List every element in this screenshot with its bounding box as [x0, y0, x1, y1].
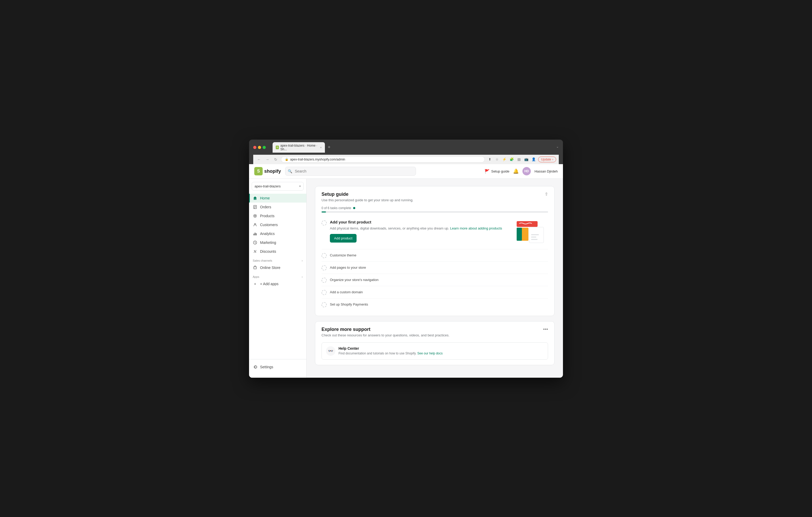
sidebar-item-online-store[interactable]: Online Store: [249, 263, 306, 272]
flag-icon: 🚩: [485, 169, 490, 174]
minimize-traffic-light[interactable]: [258, 146, 261, 149]
update-label: Update: [541, 158, 551, 161]
setup-guide-card: Setup guide Use this personalized guide …: [315, 186, 555, 316]
help-docs-link[interactable]: See our help docs: [417, 352, 443, 355]
profile-icon[interactable]: 👤: [531, 157, 536, 162]
address-text: apex-trail-blazers.myshopify.com/admin: [290, 158, 345, 161]
share-icon[interactable]: ⬆: [487, 157, 493, 162]
task-content-add-product: Add your first product Add physical item…: [330, 220, 511, 243]
help-center-title: Help Center: [339, 346, 443, 351]
add-apps-label: + Add apps: [260, 282, 278, 286]
bookmark-icon[interactable]: ☆: [494, 157, 500, 162]
task-label-add-pages: Add pages to your store: [330, 266, 366, 270]
task-item-add-pages[interactable]: Add pages to your store: [321, 262, 548, 274]
task-item-shopify-payments[interactable]: Set up Shopify Payments: [321, 299, 548, 310]
more-options-icon[interactable]: •••: [543, 327, 548, 332]
task-checkbox-add-pages: [321, 265, 327, 271]
discounts-icon: [253, 249, 257, 254]
sidebar-item-add-apps[interactable]: + + Add apps: [249, 279, 306, 288]
toolbar-icons: ⬆ ☆ ⚡ 🧩 ▤ 📺 👤 Update ›: [487, 157, 556, 162]
sidebar-label-analytics: Analytics: [260, 232, 275, 236]
sidebar-label-products: Products: [260, 214, 274, 218]
tab-favicon: S: [276, 146, 279, 149]
search-icon: 🔍: [288, 169, 292, 173]
address-bar[interactable]: 🔒 apex-trail-blazers.myshopify.com/admin: [281, 156, 485, 162]
progress-text: 0 of 6 tasks complete: [321, 206, 351, 210]
shopify-header: S shopify 🔍 🚩 Setup guide 🔔 HD Hassan Dj…: [249, 164, 563, 179]
add-product-button[interactable]: Add product: [330, 234, 356, 243]
update-button[interactable]: Update ›: [538, 157, 556, 162]
sidebar-label-discounts: Discounts: [260, 249, 276, 253]
svg-point-10: [254, 250, 255, 251]
back-btn[interactable]: ←: [256, 156, 262, 162]
tab-close-btn[interactable]: ×: [320, 146, 322, 149]
task-checkbox-customize-theme: [321, 253, 327, 258]
cast-icon[interactable]: 📺: [523, 157, 529, 162]
update-chevron: ›: [552, 158, 553, 161]
browser-window: S apex-trail-blazers · Home · Sh... × + …: [249, 140, 563, 378]
close-traffic-light[interactable]: [253, 146, 256, 149]
explore-support-card: Explore more support Check out these res…: [315, 321, 555, 365]
sidebar-item-products[interactable]: Products: [249, 211, 306, 220]
analytics-icon: [253, 231, 257, 236]
sidebar-item-discounts[interactable]: Discounts: [249, 247, 306, 256]
collapse-icon[interactable]: ⇧: [545, 191, 548, 196]
header-right: 🚩 Setup guide 🔔 HD Hassan Djirdeh: [485, 167, 558, 175]
help-center-item[interactable]: 👓 Help Center Find documentation and tut…: [321, 342, 548, 360]
sidebar-item-customers[interactable]: Customers: [249, 220, 306, 229]
sales-channels-chevron[interactable]: ›: [301, 259, 303, 262]
task-item-customize-theme[interactable]: Customize theme: [321, 249, 548, 262]
progress-dot: [353, 207, 355, 209]
sidebar-item-orders[interactable]: Orders: [249, 203, 306, 211]
sidebar-item-home[interactable]: Home: [249, 194, 306, 203]
task-item-custom-domain[interactable]: Add a custom domain: [321, 286, 548, 299]
sidebar-label-home: Home: [260, 196, 270, 200]
task-item-navigation[interactable]: Organize your store's navigation: [321, 274, 548, 286]
sidebar-item-marketing[interactable]: Marketing: [249, 238, 306, 247]
browser-titlebar: S apex-trail-blazers · Home · Sh... × + …: [253, 142, 559, 153]
setup-guide-subtitle: Use this personalized guide to get your …: [321, 198, 413, 202]
reload-btn[interactable]: ↻: [272, 156, 279, 162]
task-label-customize-theme: Customize theme: [330, 253, 356, 257]
support-card-header: Explore more support Check out these res…: [315, 322, 554, 342]
shopify-logo-text: shopify: [264, 169, 281, 174]
sales-channels-label: Sales channels: [253, 259, 272, 262]
sidebar-icon[interactable]: ▤: [516, 157, 522, 162]
puzzle-icon[interactable]: 🧩: [509, 157, 515, 162]
svg-rect-18: [531, 237, 536, 238]
svg-rect-13: [517, 221, 538, 227]
svg-point-11: [255, 251, 256, 252]
window-controls: ⌄: [556, 145, 559, 150]
chevron-down-icon: ▾: [299, 185, 301, 188]
learn-more-link[interactable]: Learn more about adding products: [450, 226, 502, 230]
support-title: Explore more support: [321, 327, 450, 332]
new-tab-btn[interactable]: +: [326, 144, 332, 151]
add-apps-icon: +: [253, 281, 257, 286]
notification-bell-icon[interactable]: 🔔: [513, 168, 519, 174]
task-title-add-product: Add your first product: [330, 220, 511, 224]
sidebar-item-settings[interactable]: Settings: [249, 363, 306, 371]
search-input[interactable]: [285, 167, 416, 176]
maximize-traffic-light[interactable]: [263, 146, 266, 149]
app-body: apex-trail-blazers ▾ Home Orders: [249, 179, 563, 378]
extension-icon[interactable]: ⚡: [501, 157, 507, 162]
task-item-add-product[interactable]: Add your first product Add physical item…: [321, 217, 548, 249]
progress-fill: [321, 211, 326, 213]
user-name: Hassan Djirdeh: [534, 170, 558, 173]
sidebar-item-analytics[interactable]: Analytics: [249, 229, 306, 238]
svg-rect-19: [531, 239, 538, 240]
settings-label: Settings: [260, 365, 273, 369]
forward-btn[interactable]: →: [264, 156, 270, 162]
sidebar-label-orders: Orders: [260, 205, 271, 209]
progress-bar: [321, 211, 548, 213]
store-selector[interactable]: apex-trail-blazers ▾: [252, 182, 304, 190]
browser-tab-active[interactable]: S apex-trail-blazers · Home · Sh... ×: [272, 142, 325, 153]
progress-bar-section: 0 of 6 tasks complete: [315, 206, 554, 217]
shopify-logo-icon: S: [254, 167, 263, 175]
apps-chevron[interactable]: ›: [301, 275, 303, 278]
setup-guide-btn[interactable]: 🚩 Setup guide: [485, 169, 509, 174]
svg-rect-8: [255, 233, 255, 235]
svg-point-5: [255, 215, 256, 216]
traffic-lights: [253, 146, 266, 149]
setup-guide-label: Setup guide: [491, 170, 509, 173]
